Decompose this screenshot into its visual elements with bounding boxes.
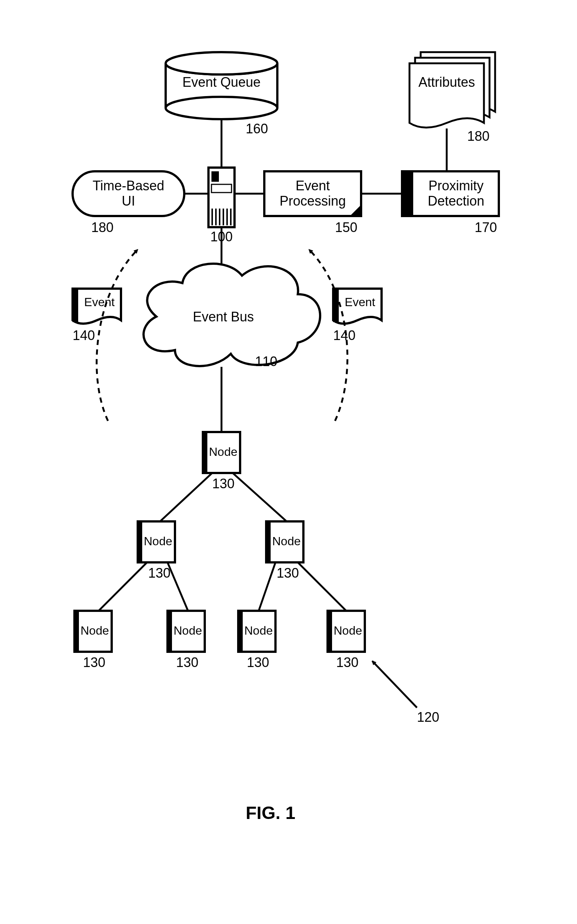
svg-rect-6 <box>211 184 232 192</box>
node-r-num: 130 <box>277 565 299 581</box>
event-processing-label: Event Processing <box>264 178 361 209</box>
node-l-label: Node <box>140 535 176 548</box>
dashed-arrow-left <box>97 250 138 421</box>
event-bus-label: Event Bus <box>175 309 272 325</box>
time-based-ui-label: Time-Based UI <box>73 178 184 209</box>
connector <box>160 473 212 522</box>
event-left-label: Event <box>77 296 121 309</box>
reference-arrow-120 <box>372 661 417 708</box>
event-queue-label: Event Queue <box>166 74 277 90</box>
attributes-num: 180 <box>467 129 490 144</box>
node-rr-num: 130 <box>336 655 358 670</box>
event-queue-num: 160 <box>246 121 268 137</box>
node-rl-num: 130 <box>247 655 269 670</box>
event-left-num: 140 <box>73 328 95 343</box>
node-ll-label: Node <box>77 624 113 638</box>
node-l-num: 130 <box>148 565 171 581</box>
connector <box>99 562 147 611</box>
server-num: 100 <box>210 229 233 245</box>
node-ll-num: 130 <box>83 655 105 670</box>
node-rl-label: Node <box>241 624 276 638</box>
proximity-num: 170 <box>475 220 497 235</box>
svg-point-3 <box>166 52 277 74</box>
event-bus-num: 110 <box>255 354 277 370</box>
connector <box>168 562 188 611</box>
connector <box>233 473 287 522</box>
node-root-label: Node <box>205 445 241 459</box>
time-based-ui-num: 180 <box>91 220 114 235</box>
server-shape <box>208 168 235 227</box>
node-r-label: Node <box>269 535 304 548</box>
figure-caption: FIG. 1 <box>246 803 295 823</box>
attributes-label: Attributes <box>411 74 482 90</box>
event-right-num: 140 <box>333 328 356 343</box>
diagram-canvas <box>0 0 577 924</box>
node-lr-num: 130 <box>176 655 198 670</box>
svg-rect-5 <box>211 171 219 182</box>
event-right-label: Event <box>338 296 382 309</box>
svg-point-0 <box>166 97 277 119</box>
connector <box>298 562 346 611</box>
proximity-label: Proximity Detection <box>413 178 499 209</box>
event-processing-num: 150 <box>335 220 357 235</box>
node-lr-label: Node <box>170 624 205 638</box>
connector <box>259 562 276 611</box>
node-root-num: 130 <box>212 476 235 492</box>
tree-ref-num: 120 <box>417 709 439 725</box>
node-rr-label: Node <box>330 624 366 638</box>
svg-rect-15 <box>402 171 413 216</box>
